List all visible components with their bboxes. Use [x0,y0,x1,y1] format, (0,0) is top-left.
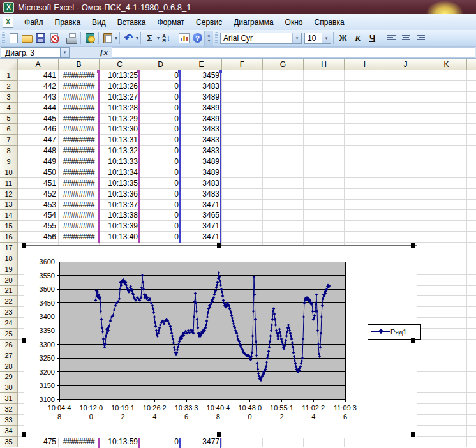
row-header-26[interactable]: 26 [0,340,18,350]
cell-G6[interactable] [263,124,304,135]
cell-F12[interactable] [222,189,263,200]
cell-F7[interactable] [222,135,263,146]
cell-H15[interactable] [304,221,345,232]
cell-K24[interactable] [426,318,467,329]
cell-J1[interactable] [385,70,426,81]
align-right-icon[interactable] [413,31,428,45]
cell-D2[interactable]: 0 [140,81,181,92]
bold-button[interactable]: Ж [336,31,350,45]
cell-K12[interactable] [426,189,467,200]
paste-icon[interactable] [101,31,114,45]
menu-правка[interactable]: Правка [49,16,87,29]
cell-A4[interactable]: 444 [18,103,59,114]
cell-J12[interactable] [385,189,426,200]
cell-I2[interactable] [345,81,385,92]
cell-D1[interactable]: 0 [140,70,181,81]
cell-K33[interactable] [426,415,467,426]
cell-F10[interactable] [222,167,263,178]
cell-E7[interactable]: 3483 [181,135,222,146]
range-corner-handle[interactable] [219,70,222,73]
cell-K18[interactable] [426,253,467,264]
cell-H11[interactable] [304,178,345,189]
cell-K28[interactable] [426,361,467,372]
cell-F4[interactable] [222,103,263,114]
column-header-F[interactable]: F [222,59,263,70]
permission-icon[interactable] [47,31,61,45]
cell-J9[interactable] [385,156,426,167]
cell-F5[interactable] [222,114,263,124]
cell-E5[interactable]: 3489 [181,114,222,124]
cell-D12[interactable]: 0 [140,189,181,200]
cell-A11[interactable]: 451 [18,178,59,189]
cell-K10[interactable] [426,167,467,178]
row-header-1[interactable]: 1 [0,70,18,81]
row-header-27[interactable]: 27 [0,350,18,361]
autosum-icon[interactable] [143,31,156,45]
cell-B16[interactable]: ######## [59,232,100,243]
row-header-20[interactable]: 20 [0,275,18,286]
chart-legend[interactable]: Ряд1 [368,324,421,340]
cell-I1[interactable] [345,70,385,81]
cell-G10[interactable] [263,167,304,178]
cell-A7[interactable]: 447 [18,135,59,146]
cell-J6[interactable] [385,124,426,135]
cell-J10[interactable] [385,167,426,178]
name-box-dropdown-icon[interactable]: ▾ [61,47,70,58]
cell-K32[interactable] [426,404,467,415]
cell-H5[interactable] [304,114,345,124]
cell-I15[interactable] [345,221,385,232]
cell-D10[interactable]: 0 [140,167,181,178]
cell-C5[interactable]: 10:13:29 [100,114,140,124]
cell-K15[interactable] [426,221,467,232]
cell-A10[interactable]: 450 [18,167,59,178]
cell-F9[interactable] [222,156,263,167]
cell-E4[interactable]: 3489 [181,103,222,114]
chart-selection-handle[interactable] [217,243,221,248]
cell-G2[interactable] [263,81,304,92]
cell-I16[interactable] [345,232,385,243]
cell-F2[interactable] [222,81,263,92]
cell-G5[interactable] [263,114,304,124]
row-header-18[interactable]: 18 [0,253,18,264]
cell-H10[interactable] [304,167,345,178]
cell-J3[interactable] [385,92,426,103]
cell-A15[interactable]: 455 [18,221,59,232]
cell-B13[interactable]: ######## [59,200,100,211]
cell-C11[interactable]: 10:13:35 [100,178,140,189]
cell-B3[interactable]: ######## [59,92,100,103]
chart-selection-handle[interactable] [411,338,415,343]
chevron-down-icon[interactable]: ▾ [292,33,301,43]
column-header-B[interactable]: B [59,59,100,70]
cell-G11[interactable] [263,178,304,189]
cell-G1[interactable] [263,70,304,81]
cell-K3[interactable] [426,92,467,103]
cell-H14[interactable] [304,210,345,221]
toolbar-grip[interactable] [2,32,5,44]
cell-G16[interactable] [263,232,304,243]
menu-вид[interactable]: Вид [86,16,112,29]
cell-H1[interactable] [304,70,345,81]
cell-K16[interactable] [426,232,467,243]
cell-D8[interactable]: 0 [140,146,181,156]
chart-selection-handle[interactable] [22,432,26,437]
cell-J16[interactable] [385,232,426,243]
cell-E9[interactable]: 3489 [181,156,222,167]
row-header-28[interactable]: 28 [0,361,18,372]
cell-J15[interactable] [385,221,426,232]
cell-J14[interactable] [385,210,426,221]
cell-I12[interactable] [345,189,385,200]
chart-selection-handle[interactable] [22,243,26,248]
row-header-16[interactable]: 16 [0,232,18,243]
cell-E15[interactable]: 3471 [181,221,222,232]
cell-A6[interactable]: 446 [18,124,59,135]
cell-G12[interactable] [263,189,304,200]
column-header-J[interactable]: J [385,59,426,70]
cell-F13[interactable] [222,200,263,211]
cell-K29[interactable] [426,372,467,383]
cell-K22[interactable] [426,296,467,307]
cell-K2[interactable] [426,81,467,92]
row-header-15[interactable]: 15 [0,221,18,232]
cell-K11[interactable] [426,178,467,189]
cell-C1[interactable]: 10:13:25 [100,70,140,81]
cell-E11[interactable]: 3483 [181,178,222,189]
